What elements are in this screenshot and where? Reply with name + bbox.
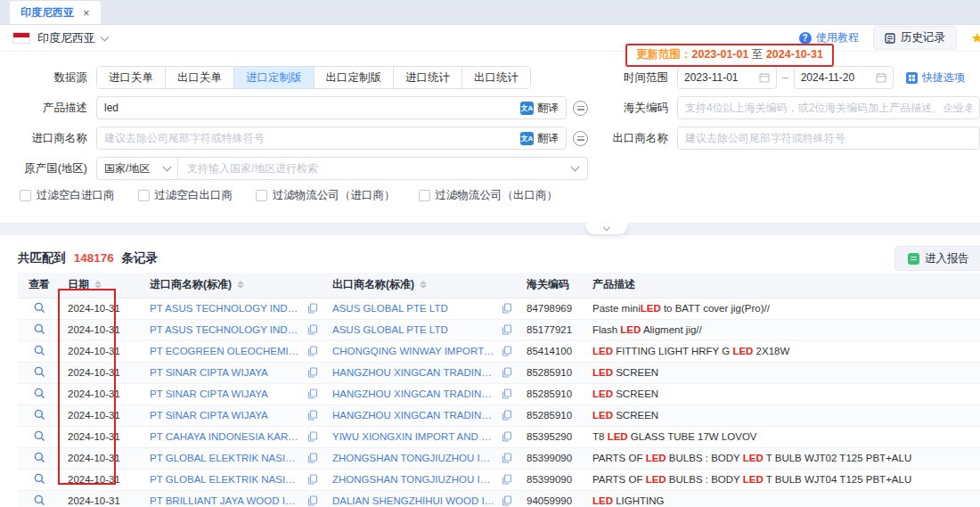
view-magnifier-icon[interactable] <box>34 388 45 399</box>
copy-icon[interactable] <box>502 474 512 485</box>
view-cell[interactable] <box>18 447 61 469</box>
view-cell[interactable] <box>18 298 61 319</box>
sort-icon[interactable] <box>237 281 244 289</box>
close-icon[interactable]: × <box>83 7 90 19</box>
history-button[interactable]: 历史记录 <box>873 26 957 50</box>
exporter-link[interactable]: HANGZHOU XINGCAN TRADING CO LTD <box>332 410 496 421</box>
sort-icon[interactable] <box>94 281 102 289</box>
product-desc-input[interactable] <box>104 102 520 114</box>
view-cell[interactable] <box>18 469 61 490</box>
checkbox-icon[interactable] <box>256 190 267 201</box>
tab-indonesia[interactable]: 印度尼西亚 × <box>9 0 102 24</box>
enter-report-button[interactable]: 进入报告 <box>894 246 980 271</box>
view-cell[interactable] <box>18 340 61 362</box>
origin-type-select[interactable]: 国家/地区 <box>96 157 178 180</box>
translate-button[interactable]: 文A 翻译 <box>520 101 559 116</box>
datasource-tab-1[interactable]: 出口关单 <box>166 67 234 88</box>
copy-icon[interactable] <box>307 431 318 442</box>
country-selector[interactable]: 印度尼西亚 <box>37 30 108 46</box>
view-magnifier-icon[interactable] <box>34 495 45 506</box>
datasource-tab-2[interactable]: 进口定制版 <box>234 67 314 88</box>
translate-button[interactable]: 文A 翻译 <box>520 131 559 146</box>
favorite-icon[interactable]: ★ <box>971 29 980 46</box>
importer-link[interactable]: PT ECOGREEN OLEOCHEMICALS <box>150 346 302 356</box>
view-magnifier-icon[interactable] <box>34 323 45 335</box>
filter-checkbox-2[interactable]: 过滤物流公司（进口商） <box>256 188 396 203</box>
copy-icon[interactable] <box>307 474 318 485</box>
copy-icon[interactable] <box>502 495 512 506</box>
column-header-2[interactable]: 进口商名称(标准) <box>143 273 325 298</box>
exporter-link[interactable]: ASUS GLOBAL PTE LTD <box>332 303 496 314</box>
importer-link[interactable]: PT ASUS TECHNOLOGY INDONESIA BA... <box>150 324 302 335</box>
importer-link[interactable]: PT SINAR CIPTA WIJAYA <box>150 367 302 378</box>
importer-link[interactable]: PT SINAR CIPTA WIJAYA <box>150 410 302 421</box>
date-from-input[interactable]: 2023-11-01 <box>677 66 777 89</box>
view-magnifier-icon[interactable] <box>34 452 45 463</box>
exporter-link[interactable]: CHONGQING WINWAY IMPORT AND E... <box>332 346 496 356</box>
view-magnifier-icon[interactable] <box>34 366 45 378</box>
quick-options-button[interactable]: 快捷选项 <box>906 70 965 86</box>
copy-icon[interactable] <box>502 388 512 399</box>
view-cell[interactable] <box>18 405 61 426</box>
circle-equal-icon[interactable] <box>573 131 588 146</box>
origin-search-input[interactable] <box>187 162 572 175</box>
datasource-tab-3[interactable]: 出口定制版 <box>314 67 395 88</box>
exporter-link[interactable]: DALIAN SHENGZHIHUI WOOD INDUST... <box>332 495 496 506</box>
copy-icon[interactable] <box>307 388 318 399</box>
importer-link[interactable]: PT SINAR CIPTA WIJAYA <box>150 388 302 399</box>
copy-icon[interactable] <box>502 453 512 463</box>
copy-icon[interactable] <box>502 410 512 421</box>
collapse-panel-tab[interactable] <box>586 223 627 234</box>
exporter-link[interactable]: ZHONGSHAN TONGJIUZHOU INTERNA... <box>332 453 496 463</box>
exporter-link[interactable]: HANGZHOU XINGCAN TRADING CO LTD <box>332 367 496 378</box>
checkbox-icon[interactable] <box>419 190 430 201</box>
checkbox-icon[interactable] <box>20 190 31 201</box>
copy-icon[interactable] <box>307 410 318 421</box>
copy-icon[interactable] <box>502 346 512 356</box>
exporter-link[interactable]: YIWU XIONGXIN IMPORT AND EXPORT... <box>332 431 496 442</box>
filter-checkbox-3[interactable]: 过滤物流公司（出口商） <box>419 188 559 203</box>
hs-code-input[interactable] <box>685 102 972 114</box>
exporter-link[interactable]: HANGZHOU XINGCAN TRADING CO LTD <box>332 388 496 399</box>
exporter-input[interactable] <box>685 132 972 144</box>
copy-icon[interactable] <box>502 431 512 442</box>
checkbox-icon[interactable] <box>138 190 150 201</box>
date-to-input[interactable]: 2024-11-20 <box>794 66 894 89</box>
column-header-3[interactable]: 出口商名称(标准) <box>325 273 519 298</box>
view-cell[interactable] <box>18 362 61 383</box>
importer-link[interactable]: PT GLOBAL ELEKTRIK NASIONAL <box>150 453 302 463</box>
datasource-tab-0[interactable]: 进口关单 <box>97 67 166 88</box>
view-magnifier-icon[interactable] <box>34 345 45 356</box>
copy-icon[interactable] <box>307 453 318 463</box>
importer-link[interactable]: PT GLOBAL ELEKTRIK NASIONAL <box>150 474 302 485</box>
copy-icon[interactable] <box>307 324 318 335</box>
filter-checkbox-0[interactable]: 过滤空白进口商 <box>20 188 115 203</box>
copy-icon[interactable] <box>502 367 512 378</box>
datasource-tab-4[interactable]: 进口统计 <box>394 67 462 88</box>
copy-icon[interactable] <box>307 367 318 378</box>
view-cell[interactable] <box>18 383 61 405</box>
view-magnifier-icon[interactable] <box>34 430 45 442</box>
copy-icon[interactable] <box>307 495 318 506</box>
column-header-1[interactable]: 日期 <box>61 273 143 298</box>
importer-link[interactable]: PT ASUS TECHNOLOGY INDONESIA BA... <box>150 303 302 314</box>
copy-icon[interactable] <box>502 303 512 314</box>
copy-icon[interactable] <box>307 303 318 314</box>
exporter-link[interactable]: ASUS GLOBAL PTE LTD <box>332 324 496 335</box>
importer-link[interactable]: PT CAHAYA INDONESIA KARGO <box>150 431 302 442</box>
importer-link[interactable]: PT BRILLIANT JAYA WOOD INDUSTRY <box>150 495 302 506</box>
copy-icon[interactable] <box>307 346 318 356</box>
sort-icon[interactable] <box>420 281 427 289</box>
view-cell[interactable] <box>18 490 61 507</box>
view-cell[interactable] <box>18 426 61 447</box>
copy-icon[interactable] <box>502 324 512 335</box>
view-magnifier-icon[interactable] <box>34 302 45 314</box>
circle-equal-icon[interactable] <box>573 101 588 116</box>
exporter-link[interactable]: ZHONGSHAN TONGJIUZHOU INTERNA... <box>332 474 496 485</box>
datasource-tab-5[interactable]: 出口统计 <box>462 67 530 88</box>
view-magnifier-icon[interactable] <box>34 409 45 421</box>
filter-checkbox-1[interactable]: 过滤空白出口商 <box>138 188 233 203</box>
view-cell[interactable] <box>18 319 61 340</box>
importer-input[interactable] <box>104 132 520 144</box>
view-magnifier-icon[interactable] <box>34 473 45 485</box>
